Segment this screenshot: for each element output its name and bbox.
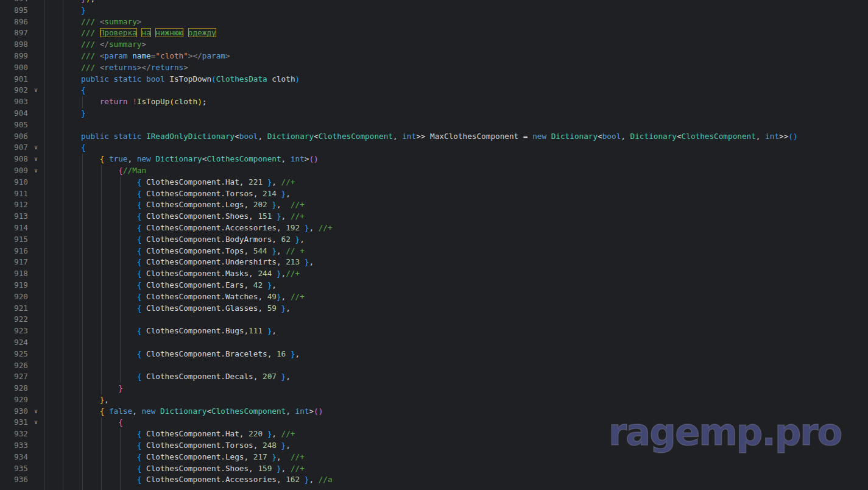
token: 159	[258, 464, 272, 473]
token	[300, 223, 305, 232]
token: }	[81, 5, 86, 15]
code-line[interactable]: 921 { ClothesComponent.Glasses, 59 },	[0, 303, 868, 314]
code-line[interactable]: 935 { ClothesComponent.Shoes, 159 }, //+	[0, 463, 868, 475]
spellcheck-word[interactable]: Проверка	[100, 28, 137, 37]
fold-chevron-icon[interactable]: ∨	[28, 165, 44, 177]
code-line[interactable]: 913 { ClothesComponent.Shoes, 151 }, //+	[0, 211, 868, 222]
token: ,	[272, 177, 281, 186]
token	[44, 246, 137, 255]
code-line[interactable]: 901 public static bool IsTopDown(Clothes…	[0, 74, 868, 85]
token: ClothesComponent	[206, 154, 281, 163]
code-line[interactable]: 920 { ClothesComponent.Watches, 49}, //+	[0, 291, 868, 303]
token	[44, 326, 137, 335]
code-line[interactable]: 907∨ {	[0, 142, 868, 154]
token: >	[137, 17, 142, 26]
token: //+	[291, 464, 305, 473]
code-line[interactable]: 923 { ClothesComponent.Bugs,111 },	[0, 325, 868, 337]
code-line[interactable]: 908∨ { true, new Dictionary<ClothesCompo…	[0, 154, 868, 165]
fold-spacer	[28, 119, 44, 131]
token: ;	[202, 97, 207, 106]
line-number: 931	[0, 417, 28, 428]
watermark-ragemp-pro: ragemp.pro	[609, 427, 841, 438]
token: bool	[602, 132, 621, 141]
token	[44, 395, 100, 404]
token: MaxClothesComponent	[430, 132, 518, 141]
code-line[interactable]: 911 { ClothesComponent.Torsos, 214 },	[0, 188, 868, 200]
code-line[interactable]: 903 return !IsTopUp(cloth);	[0, 96, 868, 108]
code-line[interactable]: 897 /// Проверка на нижнюю одежду	[0, 27, 868, 39]
token: //Man	[123, 166, 146, 175]
code-line[interactable]: 936 { ClothesComponent.Accessories, 162 …	[0, 474, 868, 486]
spellcheck-word[interactable]: нижнюю	[155, 28, 183, 37]
fold-chevron-icon[interactable]: ∨	[28, 406, 44, 417]
code-editor[interactable]: 894 });895 }896 /// <summary>897 /// Про…	[0, 0, 868, 490]
line-number: 901	[0, 74, 28, 85]
code-line[interactable]: 904 }	[0, 108, 868, 119]
token: ,	[286, 441, 291, 450]
code-line[interactable]: 912 { ClothesComponent.Legs, 202 }, //+	[0, 199, 868, 211]
fold-chevron-icon[interactable]: ∨	[28, 154, 44, 165]
code-text: { ClothesComponent.Torsos, 214 },	[44, 188, 291, 200]
token: returns	[104, 63, 136, 72]
token: ,	[286, 304, 291, 313]
token: 214	[263, 189, 277, 198]
code-line[interactable]: 894 });	[0, 0, 868, 5]
code-line[interactable]: 895 }	[0, 5, 868, 16]
code-line[interactable]: 926	[0, 360, 868, 372]
token: }	[277, 292, 281, 301]
token: ClothesComponent	[211, 407, 286, 416]
token: 207	[263, 372, 277, 381]
token: 220	[249, 429, 263, 438]
spellcheck-word[interactable]: на	[141, 28, 150, 37]
line-number: 925	[0, 349, 28, 360]
code-line[interactable]: 899 /// <param name="cloth"></param>	[0, 51, 868, 62]
line-number: 900	[0, 62, 28, 74]
code-line[interactable]: 902∨ {	[0, 85, 868, 96]
spellcheck-word[interactable]: одежду	[188, 28, 216, 37]
code-line[interactable]: 928 }	[0, 383, 868, 394]
fold-chevron-icon[interactable]: ∨	[28, 142, 44, 154]
fold-chevron-icon[interactable]: ∨	[28, 85, 44, 96]
code-text: }	[44, 108, 86, 119]
code-line[interactable]: 927 { ClothesComponent.Decals, 207 },	[0, 371, 868, 383]
fold-chevron-icon[interactable]: ∨	[28, 417, 44, 428]
code-line[interactable]: 922	[0, 314, 868, 325]
token	[44, 441, 137, 450]
code-line[interactable]: 909∨ {//Man	[0, 165, 868, 177]
code-line[interactable]: 929 },	[0, 394, 868, 406]
token	[291, 235, 295, 244]
code-line[interactable]: 900 /// <returns></returns>	[0, 62, 868, 74]
token: ClothesComponent.Hat,	[141, 177, 249, 186]
code-line[interactable]: 914 { ClothesComponent.Accessories, 192 …	[0, 222, 868, 234]
token: bool	[146, 74, 169, 83]
token: name	[132, 51, 151, 60]
token: cloth	[174, 97, 197, 106]
code-line[interactable]: 915 { ClothesComponent.BodyArmors, 62 },	[0, 234, 868, 246]
code-line[interactable]: 925 { ClothesComponent.Bracelets, 16 },	[0, 349, 868, 360]
token	[44, 280, 137, 289]
code-text: { ClothesComponent.Ears, 42 },	[44, 280, 277, 291]
token	[44, 177, 137, 186]
token	[300, 475, 305, 484]
code-line[interactable]: 898 /// </summary>	[0, 39, 868, 51]
code-line[interactable]: 918 { ClothesComponent.Masks, 244 },//+	[0, 268, 868, 280]
code-line[interactable]: 896 /// <summary>	[0, 16, 868, 28]
token: 213	[286, 257, 300, 266]
code-line[interactable]: 917 { ClothesComponent.Undershirts, 213 …	[0, 257, 868, 268]
code-line[interactable]: 919 { ClothesComponent.Ears, 42 },	[0, 280, 868, 291]
fold-spacer	[28, 16, 44, 28]
code-text: },	[44, 394, 109, 406]
token: ,	[277, 452, 291, 461]
code-text: { ClothesComponent.Bugs,111 },	[44, 325, 277, 337]
line-number: 899	[0, 51, 28, 62]
code-line[interactable]: 924	[0, 337, 868, 349]
line-number: 907	[0, 142, 28, 154]
code-line[interactable]: 916 { ClothesComponent.Tops, 544 }, // +	[0, 246, 868, 257]
code-line[interactable]: 910 { ClothesComponent.Hat, 221 }, //+	[0, 177, 868, 188]
token: ClothesComponent.Accessories,	[141, 223, 286, 232]
line-number: 898	[0, 39, 28, 51]
token: {	[118, 166, 123, 175]
token: ClothesComponent.Hat,	[141, 429, 249, 438]
code-line[interactable]: 906 public static IReadOnlyDictionary<bo…	[0, 131, 868, 143]
code-line[interactable]: 905	[0, 119, 868, 131]
